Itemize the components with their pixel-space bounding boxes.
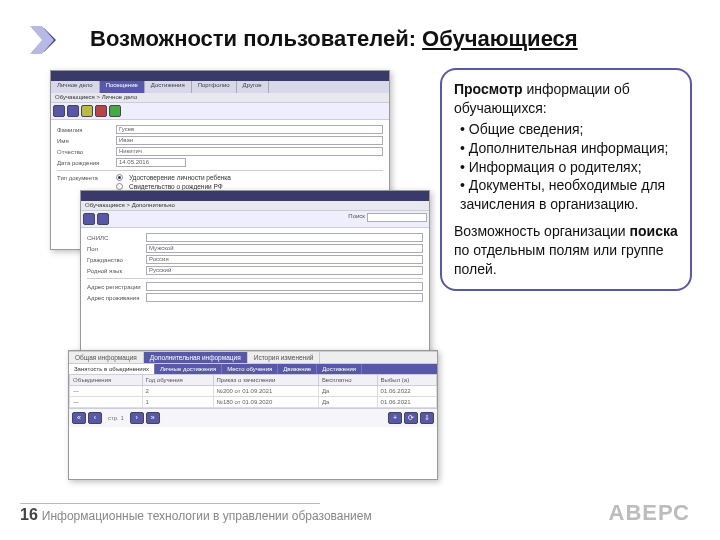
screenshot-stack: Личное дело Посещение Достижения Портфол… (50, 70, 450, 460)
col-header[interactable]: Бесплатно (318, 375, 377, 386)
subtab[interactable]: Дополнительная информация (144, 352, 248, 363)
citizenship-input[interactable]: Россия (146, 255, 423, 264)
save-button[interactable] (53, 105, 65, 117)
breadcrumb: Обучающиеся > Личное дело (51, 93, 389, 103)
bullet: Дополнительная информация; (460, 139, 678, 158)
patronymic-input[interactable]: Никитич (116, 147, 383, 156)
pager: « ‹ стр. 1 › » + ⟳ ⇩ (69, 408, 437, 427)
name-input[interactable]: Иван (116, 136, 383, 145)
col-header[interactable]: Год обучения (142, 375, 213, 386)
inner-tab[interactable]: Место обучения (222, 364, 278, 374)
last-page-button[interactable]: » (146, 412, 160, 424)
brand-logo: АВЕРС (609, 500, 690, 526)
label: СНИЛС (87, 235, 142, 241)
inner-tab[interactable]: Достижения (317, 364, 362, 374)
chevron-icon (28, 24, 60, 56)
inner-tab[interactable]: Занятость в объединениях (69, 364, 155, 374)
export-button[interactable]: ⇩ (420, 412, 434, 424)
label: Гражданство (87, 257, 142, 263)
col-header[interactable]: Приказ о зачислении (213, 375, 318, 386)
page-info: стр. 1 (108, 415, 124, 421)
add-button[interactable] (109, 105, 121, 117)
surname-input[interactable]: Гусев (116, 125, 383, 134)
col-header[interactable]: Выбыл (а) (377, 375, 436, 386)
inner-tab[interactable]: Движение (278, 364, 317, 374)
delete-button[interactable] (95, 105, 107, 117)
label: Адрес проживания (87, 295, 142, 301)
radio-label: Свидетельство о рождении РФ (129, 183, 223, 190)
table-row[interactable]: —2№200 от 01.09.2021Да01.06.2022 (70, 386, 437, 397)
window-student-extra: Обучающиеся > Дополнительно Поиск СНИЛС … (80, 190, 430, 360)
inner-tab[interactable]: Личные достижения (155, 364, 222, 374)
print-button[interactable] (67, 105, 79, 117)
radio-identity[interactable] (116, 174, 123, 181)
label: Фамилия (57, 127, 112, 133)
tab[interactable]: Другое (237, 81, 269, 93)
search-input[interactable] (367, 213, 427, 222)
main-tabs: Личное дело Посещение Достижения Портфол… (51, 81, 389, 93)
add-button[interactable]: + (388, 412, 402, 424)
footer: 16Информационные технологии в управлении… (20, 503, 372, 524)
fact-address-input[interactable] (146, 293, 423, 302)
tab[interactable]: Портфолио (192, 81, 237, 93)
label: Тип документа (57, 175, 112, 181)
enrollment-table: Объединения Год обучения Приказ о зачисл… (69, 374, 437, 408)
label: Имя (57, 138, 112, 144)
page-number: 16 (20, 506, 38, 523)
toolbar: Поиск (81, 211, 429, 228)
titlebar (81, 191, 429, 201)
toolbar (51, 103, 389, 120)
label: Поиск (348, 213, 365, 225)
label: Адрес регистрации (87, 284, 142, 290)
tab[interactable]: Личное дело (51, 81, 100, 93)
save-button[interactable] (83, 213, 95, 225)
breadcrumb: Обучающиеся > Дополнительно (81, 201, 429, 211)
next-page-button[interactable]: › (130, 412, 144, 424)
subtab[interactable]: История изменений (248, 352, 321, 363)
callout-box: Просмотр информации об обучающихся: Общи… (440, 68, 692, 291)
bullet: Документы, необходимые для зачисления в … (460, 176, 678, 214)
label: Отчество (57, 149, 112, 155)
bullet: Общие сведения; (460, 120, 678, 139)
radio-birthcert[interactable] (116, 183, 123, 190)
subtab[interactable]: Общая информация (69, 352, 144, 363)
window-enrollment: Общая информация Дополнительная информац… (68, 350, 438, 480)
dob-input[interactable]: 14.05.2016 (116, 158, 186, 167)
svg-marker-2 (30, 26, 54, 54)
refresh-button[interactable]: ⟳ (404, 412, 418, 424)
edit-button[interactable] (81, 105, 93, 117)
tab[interactable]: Посещение (100, 81, 145, 93)
first-page-button[interactable]: « (72, 412, 86, 424)
page-title: Возможности пользователей: Обучающиеся (90, 26, 578, 52)
reg-address-input[interactable] (146, 282, 423, 291)
inner-tabs: Занятость в объединениях Личные достижен… (69, 364, 437, 374)
bullet: Информация о родителях; (460, 158, 678, 177)
tab[interactable]: Достижения (145, 81, 192, 93)
label: Пол (87, 246, 142, 252)
label: Родной язык (87, 268, 142, 274)
titlebar (51, 71, 389, 81)
label: Дата рождения (57, 160, 112, 166)
radio-label: Удостоверение личности ребенка (129, 174, 231, 181)
table-row[interactable]: —1№180 от 01.09.2020Да01.06.2021 (70, 397, 437, 408)
col-header[interactable]: Объединения (70, 375, 143, 386)
section-tabs: Общая информация Дополнительная информац… (69, 351, 437, 364)
sex-input[interactable]: Мужской (146, 244, 423, 253)
language-input[interactable]: Русский (146, 266, 423, 275)
snils-input[interactable] (146, 233, 423, 242)
print-button[interactable] (97, 213, 109, 225)
prev-page-button[interactable]: ‹ (88, 412, 102, 424)
